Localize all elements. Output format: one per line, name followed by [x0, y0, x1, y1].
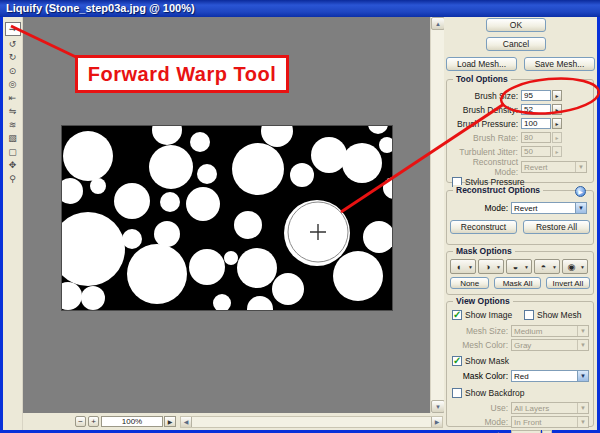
use-label: Use:	[451, 403, 511, 413]
subtract-from-selection-button[interactable]: ◒▼	[506, 259, 532, 274]
mirror-tool[interactable]: ⇋	[5, 105, 21, 117]
scroll-left-icon[interactable]: ◀	[181, 417, 192, 427]
stepper-arrow-icon[interactable]: ▸	[552, 104, 562, 115]
stepper-label: Brush Rate:	[447, 133, 521, 143]
cancel-button[interactable]: Cancel	[486, 37, 546, 51]
stepper-input[interactable]: 52	[521, 104, 551, 115]
intersect-with-selection-button[interactable]: ◓▼	[534, 259, 560, 274]
stepper-input: 80	[521, 132, 551, 143]
thaw-mask-tool[interactable]: ▢	[5, 146, 21, 158]
show-mask-label: Show Mask	[465, 356, 509, 366]
reconstruct-menu-icon[interactable]: ▶	[575, 186, 586, 197]
stepper-row: Brush Pressure:100▸	[447, 117, 593, 130]
show-image-label: Show Image	[465, 310, 512, 320]
stepper-label: Brush Pressure:	[447, 119, 521, 129]
save-mesh-button[interactable]: Save Mesh...	[524, 57, 595, 71]
turbulence-tool[interactable]: ≋	[5, 119, 21, 131]
stepper-arrow-icon: ▸	[552, 146, 562, 157]
show-image-checkbox[interactable]	[452, 310, 462, 320]
mask-color-label: Mask Color:	[451, 371, 511, 381]
reconstruct-mode-dropdown[interactable]: Revert ▼	[511, 202, 587, 214]
group-title: Mask Options	[453, 246, 515, 256]
vertical-scrollbar[interactable]: ▲ ▼	[430, 17, 444, 413]
chevron-down-icon: ▼	[496, 260, 503, 274]
replace-selection-icon: ◐	[451, 260, 468, 274]
load-mesh-button[interactable]: Load Mesh...	[446, 57, 517, 71]
stepper-input[interactable]: 100	[521, 118, 551, 129]
liquify-dialog: Liquify (Stone_step03a.jpg @ 100%) ⇝↺↻⊙◎…	[0, 0, 600, 433]
mask-none-button[interactable]: None	[450, 277, 489, 289]
hand-tool[interactable]: ✥	[5, 159, 21, 171]
stepper-arrow-icon: ▸	[552, 132, 562, 143]
stepper-row: Brush Density:52▸	[447, 103, 593, 116]
preview-image[interactable]	[62, 126, 392, 310]
titlebar[interactable]: Liquify (Stone_step03a.jpg @ 100%)	[0, 0, 600, 17]
chevron-down-icon: ▼	[577, 326, 588, 336]
zoom-in-button[interactable]: +	[88, 416, 99, 427]
stepper-row: Brush Rate:80▸	[447, 131, 593, 144]
mesh-size-label: Mesh Size:	[451, 326, 511, 336]
show-backdrop-row: Show Backdrop	[452, 388, 593, 398]
chevron-down-icon: ▼	[575, 203, 586, 213]
window-title: Liquify (Stone_step03a.jpg @ 100%)	[6, 2, 195, 14]
replace-selection-button[interactable]: ◐▼	[450, 259, 476, 274]
zoom-out-button[interactable]: −	[75, 416, 86, 427]
zoom-menu-button[interactable]: ▶	[164, 416, 176, 427]
mesh-size-select: Medium ▼	[511, 325, 589, 337]
zoom-tool[interactable]: ⚲	[5, 173, 21, 185]
bloat-tool[interactable]: ◎	[5, 78, 21, 90]
reconstruct-tool[interactable]: ↺	[5, 38, 21, 50]
stepper-input[interactable]: 95	[521, 90, 551, 101]
show-mesh-checkbox[interactable]	[524, 310, 534, 320]
scroll-right-icon[interactable]: ▶	[431, 417, 442, 427]
horizontal-scrollbar[interactable]: ◀ ▶	[180, 416, 443, 428]
stepper-label: Turbulent Jitter:	[447, 147, 521, 157]
show-backdrop-checkbox[interactable]	[452, 388, 462, 398]
mesh-color-label: Mesh Color:	[451, 340, 511, 350]
group-title: Tool Options	[453, 74, 511, 84]
tool-options-group: Tool Options Brush Size:95▸Brush Density…	[446, 79, 594, 183]
reconstruct-button[interactable]: Reconstruct	[450, 220, 517, 234]
pucker-tool[interactable]: ⊙	[5, 65, 21, 77]
scroll-up-icon[interactable]: ▲	[431, 17, 445, 30]
chevron-down-icon: ▼	[577, 417, 588, 427]
invert-selection-button[interactable]: ◉▼	[562, 259, 588, 274]
stepper-arrow-icon[interactable]: ▸	[552, 90, 562, 101]
show-mesh-row: Show Mesh	[524, 310, 581, 320]
add-to-selection-icon: ◑	[479, 260, 496, 274]
reconstruct-mode-select: Revert ▼	[521, 161, 587, 173]
freeze-mask-tool[interactable]: ▧	[5, 132, 21, 144]
twirl-clockwise-tool[interactable]: ↻	[5, 51, 21, 63]
zoom-level-display: 100%	[101, 416, 163, 427]
mask-all-button[interactable]: Mask All	[494, 277, 540, 289]
subtract-from-selection-icon: ◒	[507, 260, 524, 274]
mode-label: Mode:	[451, 203, 511, 213]
chevron-down-icon: ▼	[577, 371, 588, 381]
forward-warp-tool[interactable]: ⇝	[5, 22, 21, 36]
ok-button[interactable]: OK	[486, 18, 546, 32]
show-mask-checkbox[interactable]	[452, 356, 462, 366]
options-panel: OK Cancel Load Mesh... Save Mesh... Tool…	[444, 17, 597, 430]
chevron-down-icon: ▼	[575, 162, 586, 172]
restore-all-button[interactable]: Restore All	[523, 220, 590, 234]
chevron-down-icon: ▼	[552, 260, 559, 274]
stepper-label: Brush Size:	[447, 91, 521, 101]
push-left-tool[interactable]: ⇤	[5, 92, 21, 104]
add-to-selection-button[interactable]: ◑▼	[478, 259, 504, 274]
status-bar: − + 100% ▶ ◀ ▶	[23, 413, 430, 430]
use-select: All Layers ▼	[511, 402, 589, 414]
show-mask-row: Show Mask	[452, 356, 593, 366]
annotation-callout: Forward Warp Tool	[75, 55, 289, 93]
chevron-down-icon: ▼	[577, 403, 588, 413]
annotation-text: Forward Warp Tool	[88, 63, 277, 86]
mask-color-select[interactable]: Red ▼	[511, 370, 589, 382]
invert-all-button[interactable]: Invert All	[546, 277, 590, 289]
scroll-down-icon[interactable]: ▼	[431, 400, 445, 413]
chevron-down-icon: ▼	[524, 260, 531, 274]
stepper-arrow-icon[interactable]: ▸	[552, 118, 562, 129]
show-backdrop-label: Show Backdrop	[465, 388, 525, 398]
stepper-row: Brush Size:95▸	[447, 89, 593, 102]
chevron-down-icon: ▼	[577, 340, 588, 350]
intersect-with-selection-icon: ◓	[535, 260, 552, 274]
invert-selection-icon: ◉	[563, 260, 580, 274]
